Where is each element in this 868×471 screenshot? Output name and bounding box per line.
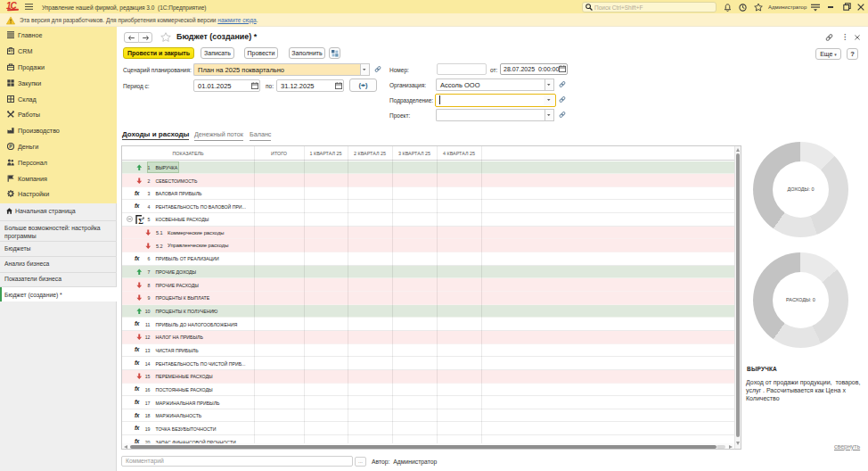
svg-text:Р: Р xyxy=(9,144,12,149)
